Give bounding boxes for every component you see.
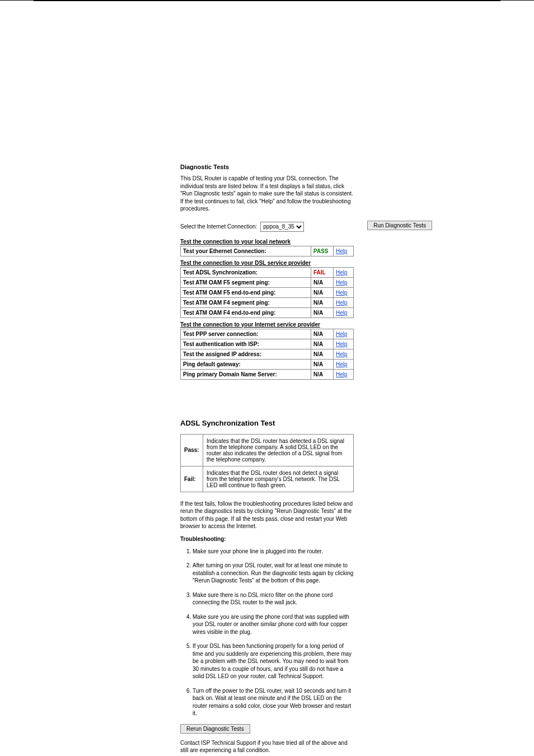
help-link[interactable]: Help (336, 310, 348, 316)
test-name: Test ATM OAM F5 segment ping: (181, 277, 311, 287)
test-name: Test ATM OAM F5 end-to-end ping: (181, 287, 311, 297)
troubleshooting-heading: Troubleshooting: (180, 536, 354, 542)
help-link[interactable]: Help (336, 269, 348, 276)
test-status: N/A (311, 307, 334, 318)
tests-table-local: Test your Ethernet Connection: PASS Help (180, 246, 354, 256)
help-link[interactable]: Help (336, 331, 348, 337)
help-link[interactable]: Help (336, 351, 348, 357)
test-status: N/A (311, 339, 334, 349)
help-title: ADSL Synchronization Test (180, 419, 354, 427)
table-row: Test ADSL Synchronization: FAIL Help (181, 267, 354, 277)
troubleshooting-steps: Make sure your phone line is plugged int… (180, 548, 354, 717)
test-status: FAIL (311, 267, 334, 277)
table-row: Ping default gateway: N/A Help (181, 359, 354, 369)
table-row: Test ATM OAM F4 end-to-end ping: N/A Hel… (181, 307, 354, 318)
table-row: Test PPP server connection: N/A Help (181, 329, 354, 339)
test-status: N/A (311, 359, 334, 369)
test-status: PASS (311, 246, 334, 256)
test-name: Test the assigned IP address: (181, 349, 311, 359)
test-name: Test ATM OAM F4 end-to-end ping: (181, 307, 311, 318)
table-row: Test ATM OAM F5 segment ping: N/A Help (181, 277, 354, 287)
list-item: Make sure you are using the phone cord t… (193, 613, 354, 636)
select-connection-label: Select the Internet Connection: (180, 223, 257, 230)
section-header-isp: Test the connection to your Internet ser… (180, 321, 354, 328)
diagnostics-title: Diagnostic Tests (180, 164, 354, 170)
table-row: Pass: Indicates that the DSL router has … (181, 434, 354, 466)
test-name: Test ATM OAM F4 segment ping: (181, 297, 311, 307)
rerun-diagnostic-button[interactable]: Rerun Diagnostic Tests (180, 724, 250, 734)
test-status: N/A (311, 329, 334, 339)
section-header-dsl: Test the connection to your DSL service … (180, 260, 354, 266)
test-status: N/A (311, 297, 334, 307)
table-row: Test authentication with ISP: N/A Help (181, 339, 354, 349)
diagnostics-description: This DSL Router is capable of testing yo… (180, 175, 354, 213)
pass-label: Pass: (181, 434, 203, 466)
list-item: If your DSL has been functioning properl… (193, 642, 354, 680)
list-item: Make sure your phone line is plugged int… (193, 548, 354, 556)
table-row: Test your Ethernet Connection: PASS Help (181, 246, 354, 256)
fail-explanation: Indicates that the DSL router does not d… (203, 466, 354, 492)
test-status: N/A (311, 277, 334, 287)
test-status: N/A (311, 369, 334, 379)
table-row: Test the assigned IP address: N/A Help (181, 349, 354, 359)
table-row: Fail: Indicates that the DSL router does… (181, 466, 354, 492)
help-link[interactable]: Help (336, 361, 348, 367)
help-link[interactable]: Help (336, 341, 348, 347)
section-header-local: Test the connection to your local networ… (180, 239, 354, 245)
table-row: Ping primary Domain Name Server: N/A Hel… (181, 369, 354, 379)
test-name: Test your Ethernet Connection: (181, 246, 311, 256)
test-status: N/A (311, 349, 334, 359)
help-link[interactable]: Help (336, 279, 348, 286)
help-link[interactable]: Help (336, 248, 348, 254)
help-link[interactable]: Help (336, 300, 348, 306)
test-name: Ping primary Domain Name Server: (181, 369, 311, 379)
tests-table-isp: Test PPP server connection: N/A Help Tes… (180, 329, 354, 380)
tests-table-dsl: Test ADSL Synchronization: FAIL Help Tes… (180, 267, 354, 318)
list-item: Turn off the power to the DSL router, wa… (193, 687, 354, 717)
diagnostics-panel: Diagnostic Tests This DSL Router is capa… (180, 164, 354, 380)
test-name: Test PPP server connection: (181, 329, 311, 339)
run-diagnostic-button[interactable]: Run Diagnostic Tests (367, 221, 432, 230)
list-item: After turning on your DSL router, wait f… (193, 562, 354, 585)
help-link[interactable]: Help (336, 290, 348, 296)
test-name: Ping default gateway: (181, 359, 311, 369)
help-link[interactable]: Help (336, 371, 348, 377)
internet-connection-select[interactable]: pppoa_8_35 (260, 222, 304, 232)
help-panel: ADSL Synchronization Test Pass: Indicate… (180, 419, 354, 754)
table-row: Test ATM OAM F5 end-to-end ping: N/A Hel… (181, 287, 354, 297)
test-name: Test authentication with ISP: (181, 339, 311, 349)
explanation-table: Pass: Indicates that the DSL router has … (180, 434, 354, 492)
fail-label: Fail: (181, 466, 203, 492)
test-name: Test ADSL Synchronization: (181, 267, 311, 277)
pass-explanation: Indicates that the DSL router has detect… (203, 434, 354, 466)
contact-note: Contact ISP Technical Support if you hav… (180, 739, 354, 754)
help-paragraph: If the test fails, follow the troublesho… (180, 500, 354, 530)
list-item: Make sure there is no DSL micro filter o… (193, 591, 354, 606)
table-row: Test ATM OAM F4 segment ping: N/A Help (181, 297, 354, 307)
test-status: N/A (311, 287, 334, 297)
